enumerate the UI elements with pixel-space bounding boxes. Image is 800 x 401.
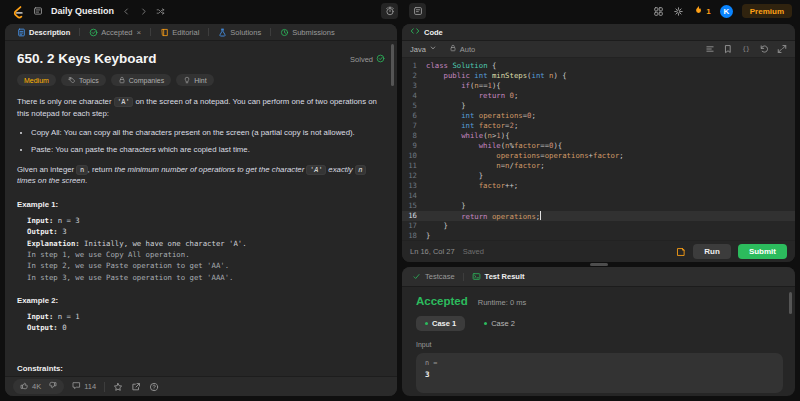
badge-medium[interactable]: Medium: [17, 74, 56, 86]
line-number: 9: [402, 141, 426, 151]
leetcode-logo[interactable]: [10, 4, 25, 19]
submit-button[interactable]: Submit: [738, 244, 787, 259]
code-line[interactable]: 9 while(n%factor==0){: [402, 141, 795, 151]
language-selector[interactable]: Java: [410, 44, 437, 54]
result-scrollbar[interactable]: [789, 292, 792, 314]
flask-icon: [218, 28, 227, 37]
code-line[interactable]: 18}: [402, 231, 795, 240]
code-line[interactable]: 3 if(n==1){: [402, 81, 795, 91]
input-var: n =: [425, 359, 774, 367]
favorite-button[interactable]: [113, 382, 123, 392]
left-scrollbar[interactable]: [391, 44, 394, 86]
terminal-icon: [472, 272, 481, 281]
chevron-right-icon[interactable]: [139, 7, 148, 16]
code-panel-tabbar: Code: [402, 24, 795, 41]
tab-accepted[interactable]: Accepted×: [85, 28, 145, 37]
daily-list-icon: [33, 6, 43, 16]
badge-hint[interactable]: Hint: [176, 74, 213, 86]
tab-solutions[interactable]: Solutions: [214, 28, 265, 37]
tab-label: Solutions: [230, 28, 261, 37]
footer-divider: [104, 382, 105, 392]
notes-layout-icon[interactable]: [409, 3, 426, 19]
test-result-panel: Testcase Test Result Accepted Runtime: 0…: [402, 267, 795, 396]
lock-icon: [449, 44, 457, 52]
notes-icon[interactable]: [676, 247, 686, 257]
code-line[interactable]: 11 n=n/factor;: [402, 161, 795, 171]
code-line[interactable]: 16 return operations;: [402, 211, 795, 221]
code-editor[interactable]: 1class Solution {2 public int minSteps(i…: [402, 58, 795, 240]
bulb-icon: [183, 76, 191, 84]
note-icon: [676, 247, 686, 257]
input-box[interactable]: n = 3: [416, 353, 783, 393]
run-button[interactable]: Run: [693, 244, 731, 259]
cases-row: Case 1Case 2: [416, 316, 783, 331]
line-number: 5: [402, 101, 426, 111]
tab-divider: [208, 28, 209, 36]
editor-statusbar: Ln 16, Col 27 Saved Run Submit: [402, 240, 795, 262]
daily-question-label[interactable]: Daily Question: [51, 6, 114, 16]
tab-code[interactable]: Code: [410, 26, 443, 38]
code-line[interactable]: 10 operations=operations+factor;: [402, 151, 795, 161]
case-label: Case 1: [432, 319, 456, 328]
line-number: 1: [402, 61, 426, 71]
like-button[interactable]: 4K: [20, 381, 41, 392]
avatar[interactable]: K: [720, 5, 733, 18]
streak-counter[interactable]: 1: [693, 5, 710, 17]
line-number: 16: [402, 211, 426, 221]
code-line[interactable]: 6 int operations=0;: [402, 111, 795, 121]
code-text: }: [426, 201, 466, 211]
panel-resize-handle[interactable]: [590, 263, 608, 266]
tab-label: Description: [29, 28, 70, 37]
close-icon[interactable]: ×: [137, 28, 142, 37]
premium-button[interactable]: Premium: [742, 4, 792, 18]
gear-icon[interactable]: [673, 6, 684, 17]
result-tabbar: Testcase Test Result: [402, 267, 795, 287]
undo-icon[interactable]: [759, 44, 769, 54]
badge-companies[interactable]: Companies: [111, 74, 171, 86]
code-line[interactable]: 14: [402, 191, 795, 201]
examples-section: Example 1:Input: n = 3Output: 3Explanati…: [17, 200, 385, 333]
bookmark-icon[interactable]: [723, 44, 733, 54]
code-line[interactable]: 5 }: [402, 101, 795, 111]
example-block: Input: n = 1Output: 0: [27, 311, 385, 334]
code-text: int operations=0;: [426, 111, 536, 121]
timer-icon[interactable]: [381, 3, 398, 19]
code-line[interactable]: 15 }: [402, 201, 795, 211]
code-line[interactable]: 7 int factor=2;: [402, 121, 795, 131]
dislike-button[interactable]: [48, 381, 57, 392]
code-line[interactable]: 2 public int minSteps(int n) {: [402, 71, 795, 81]
tab-description[interactable]: Description: [13, 28, 74, 37]
apps-grid-icon: [653, 6, 664, 17]
check-circle-icon: [89, 28, 98, 37]
code-line[interactable]: 1class Solution {: [402, 61, 795, 71]
left-panel-tabs: DescriptionAccepted×EditorialSolutionsSu…: [5, 24, 397, 41]
help-button[interactable]: [149, 382, 159, 392]
shuffle-icon[interactable]: [156, 7, 165, 16]
tab-testcase[interactable]: Testcase: [412, 272, 455, 281]
apps-grid-icon[interactable]: [653, 6, 664, 17]
daily-list-icon[interactable]: [33, 6, 43, 16]
tab-submissions[interactable]: Submissions: [276, 28, 339, 37]
line-number: 3: [402, 81, 426, 91]
braces-icon[interactable]: {}: [741, 44, 751, 54]
auto-toggle[interactable]: Auto: [449, 44, 475, 54]
code-text: while(n>1){: [426, 131, 510, 141]
share-button[interactable]: [131, 382, 141, 392]
svg-text:{}: {}: [742, 45, 750, 53]
expand-icon[interactable]: [777, 44, 787, 54]
badge-label: Topics: [79, 77, 99, 84]
comments-button[interactable]: 114: [72, 381, 96, 392]
case-case-1[interactable]: Case 1: [416, 316, 465, 331]
top-bar-left: Daily Question: [10, 4, 165, 19]
case-case-2[interactable]: Case 2: [475, 316, 524, 331]
tab-test-result[interactable]: Test Result: [472, 272, 525, 281]
code-line[interactable]: 12 }: [402, 171, 795, 181]
code-line[interactable]: 8 while(n>1){: [402, 131, 795, 141]
tab-editorial[interactable]: Editorial: [156, 28, 203, 37]
align-icon[interactable]: [705, 44, 715, 54]
chevron-left-icon[interactable]: [122, 7, 131, 16]
code-line[interactable]: 4 return 0;: [402, 91, 795, 101]
badge-topics[interactable]: Topics: [61, 74, 106, 86]
code-line[interactable]: 17 }: [402, 221, 795, 231]
code-line[interactable]: 13 factor++;: [402, 181, 795, 191]
